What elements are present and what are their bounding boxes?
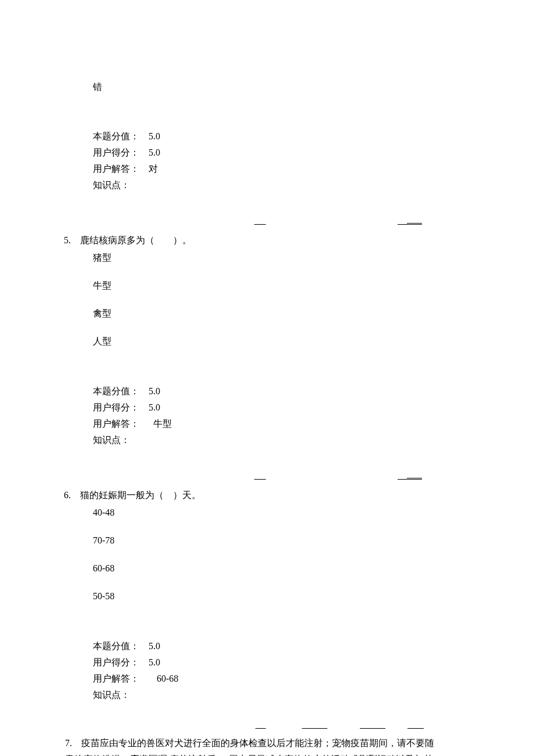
separator-line [64, 723, 470, 733]
q5-option-4: 人型 [64, 333, 470, 350]
score-user-answer: 对 [149, 161, 158, 177]
q5-score-block: 本题分值： 5.0 用户得分： 5.0 用户解答： 牛型 知识点： [64, 383, 470, 448]
score-label-knowledge: 知识点： [93, 687, 149, 703]
q5-text: 鹿结核病原多为（ ）。 [80, 232, 470, 249]
score-value: 5.0 [149, 383, 160, 399]
score-label-value: 本题分值： [93, 383, 149, 399]
score-label-knowledge: 知识点： [93, 432, 149, 448]
q4-answer-option: 错 [64, 81, 470, 93]
score-label-user-answer: 用户解答： [93, 416, 149, 432]
score-label-value: 本题分值： [93, 128, 149, 145]
score-label-user-answer: 用户解答： [93, 671, 149, 687]
score-value: 5.0 [149, 128, 160, 145]
q5-option-2: 牛型 [64, 278, 470, 294]
q5-option-3: 禽型 [64, 305, 470, 322]
q6-option-1: 40-48 [64, 505, 470, 521]
q5-option-1: 猪型 [64, 250, 470, 266]
q5-number: 5. [64, 232, 80, 249]
score-user-answer: 60-68 [149, 671, 178, 687]
q6-score-block: 本题分值： 5.0 用户得分： 5.0 用户解答： 60-68 知识点： [64, 638, 470, 703]
separator-line [64, 219, 470, 230]
q6-option-4: 50-58 [64, 588, 470, 604]
score-user-answer: 牛型 [149, 416, 172, 432]
score-user-score: 5.0 [149, 145, 160, 161]
q4-score-block: 本题分值： 5.0 用户得分： 5.0 用户解答： 对 知识点： [64, 128, 470, 193]
q7-line1: 疫苗应由专业的兽医对犬进行全面的身体检查以后才能注射；宠物疫苗期间，请不要随 [81, 735, 434, 751]
score-label-user-score: 用户得分： [93, 399, 149, 416]
score-label-knowledge: 知识点： [93, 177, 149, 193]
score-user-score: 5.0 [149, 399, 160, 416]
separator-line [64, 474, 470, 485]
score-label-value: 本题分值： [93, 638, 149, 654]
score-user-score: 5.0 [149, 654, 160, 671]
q5-question: 5. 鹿结核病原多为（ ）。 [64, 232, 470, 249]
q6-option-3: 60-68 [64, 560, 470, 577]
score-value: 5.0 [149, 638, 160, 654]
q7-line2: 意给宠物洗澡，应遵医嘱;疫苗注射后1-2周内尽量减少宠物的户外活动或剧烈运动以及… [65, 751, 470, 756]
q7-question: 7. 疫苗应由专业的兽医对犬进行全面的身体检查以后才能注射；宠物疫苗期间，请不要… [64, 735, 470, 756]
q6-option-2: 70-78 [64, 532, 470, 549]
q6-text: 猫的妊娠期一般为（ ）天。 [80, 487, 470, 503]
q6-question: 6. 猫的妊娠期一般为（ ）天。 [64, 487, 470, 503]
score-label-user-answer: 用户解答： [93, 161, 149, 177]
q6-number: 6. [64, 487, 80, 503]
score-label-user-score: 用户得分： [93, 145, 149, 161]
score-label-user-score: 用户得分： [93, 654, 149, 671]
q7-number: 7. [65, 735, 81, 751]
